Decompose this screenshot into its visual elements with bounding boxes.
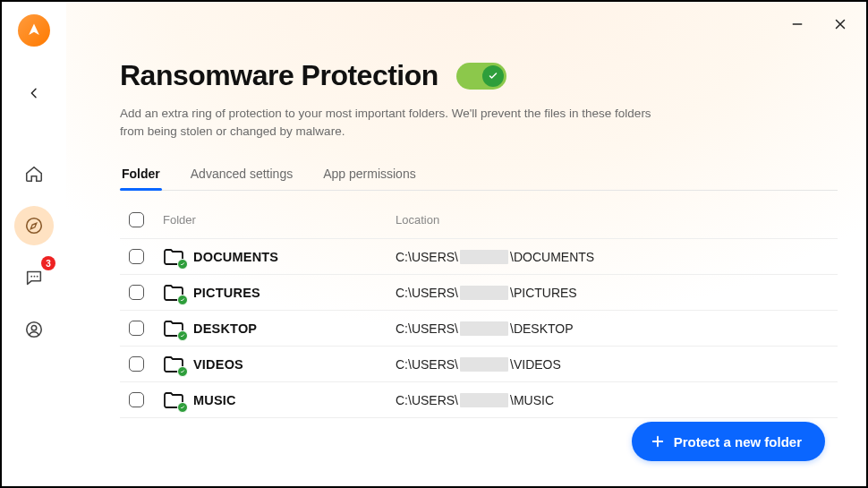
nav-explore[interactable]: [14, 206, 54, 245]
tab-advanced-settings[interactable]: Advanced settings: [189, 159, 294, 190]
protect-new-folder-button[interactable]: Protect a new folder: [632, 422, 825, 461]
row-checkbox[interactable]: [129, 285, 144, 300]
back-button[interactable]: [18, 77, 50, 109]
folder-icon: [163, 284, 184, 302]
redacted-username: [460, 321, 508, 336]
shield-check-icon: [177, 330, 188, 341]
svg-point-2: [34, 276, 36, 278]
folder-name: DESKTOP: [193, 321, 257, 336]
folder-name: MUSIC: [193, 393, 236, 407]
svg-point-3: [37, 276, 38, 278]
svg-point-1: [30, 276, 32, 278]
folder-location: C:\USERS\\DESKTOP: [396, 321, 829, 336]
protection-toggle[interactable]: [456, 63, 506, 90]
select-all-checkbox[interactable]: [129, 212, 144, 227]
nav-account[interactable]: [14, 310, 54, 349]
plus-icon: [650, 433, 666, 449]
app-logo: [18, 14, 50, 47]
folder-name: VIDEOS: [193, 357, 243, 372]
folder-icon: [163, 391, 184, 409]
folder-location: C:\USERS\\MUSIC: [396, 393, 829, 407]
table-row: PICTURES C:\USERS\\PICTURES: [120, 275, 838, 311]
folder-icon: [163, 355, 184, 373]
minimize-button[interactable]: [786, 13, 809, 36]
folder-icon: [163, 320, 184, 338]
folder-location: C:\USERS\\DOCUMENTS: [396, 250, 829, 264]
table-row: DESKTOP C:\USERS\\DESKTOP: [120, 311, 838, 347]
nav-home[interactable]: [14, 154, 54, 193]
sidebar: 3: [2, 2, 66, 486]
folder-name: PICTURES: [193, 286, 260, 300]
protect-button-label: Protect a new folder: [674, 434, 802, 449]
notification-badge: 3: [41, 256, 55, 270]
redacted-username: [460, 357, 508, 372]
shield-check-icon: [177, 402, 188, 413]
folder-location: C:\USERS\\VIDEOS: [396, 357, 829, 372]
shield-check-icon: [177, 259, 188, 270]
header-location: Location: [396, 213, 829, 227]
shield-check-icon: [177, 366, 188, 377]
row-checkbox[interactable]: [129, 392, 144, 407]
nav-messages[interactable]: 3: [14, 258, 54, 297]
redacted-username: [460, 286, 508, 300]
row-checkbox[interactable]: [129, 356, 144, 372]
tab-app-permissions[interactable]: App permissions: [321, 159, 418, 190]
table-row: MUSIC C:\USERS\\MUSIC: [120, 382, 838, 418]
toggle-knob: [482, 65, 504, 87]
header-folder: Folder: [163, 213, 396, 227]
row-checkbox[interactable]: [129, 249, 144, 264]
row-checkbox[interactable]: [129, 321, 144, 336]
page-description: Add an extra ring of protection to your …: [120, 105, 675, 140]
folder-icon: [163, 248, 184, 266]
folder-location: C:\USERS\\PICTURES: [396, 286, 829, 300]
table-row: DOCUMENTS C:\USERS\\DOCUMENTS: [120, 239, 838, 275]
svg-point-0: [27, 218, 42, 234]
close-button[interactable]: [829, 13, 852, 36]
svg-point-5: [31, 325, 37, 330]
redacted-username: [460, 250, 508, 264]
tab-folder[interactable]: Folder: [120, 159, 162, 190]
tabs: Folder Advanced settings App permissions: [120, 159, 838, 191]
main-content: Ransomware Protection Add an extra ring …: [66, 2, 866, 486]
table-header: Folder Location: [120, 207, 838, 239]
page-title: Ransomware Protection: [120, 59, 438, 92]
folder-name: DOCUMENTS: [193, 250, 278, 264]
shield-check-icon: [177, 295, 188, 305]
table-row: VIDEOS C:\USERS\\VIDEOS: [120, 347, 838, 382]
window-controls: [786, 13, 852, 36]
folder-table: Folder Location DOCUMENTS C:\USERS\\DOCU…: [120, 207, 838, 418]
redacted-username: [460, 393, 508, 407]
